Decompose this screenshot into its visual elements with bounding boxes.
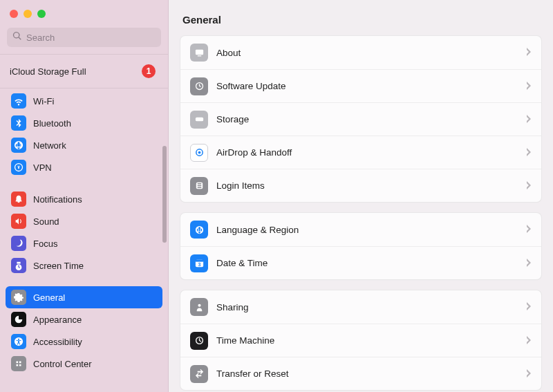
network-icon (11, 138, 26, 153)
row-label: Date & Time (216, 258, 526, 268)
airdrop-icon (190, 144, 208, 162)
sidebar-item-label: Sound (33, 216, 59, 227)
controlcenter-icon (11, 356, 26, 371)
sidebar-item-label: Appearance (33, 315, 82, 325)
settings-group: Sharing Time Machine Transfer or Reset (180, 290, 542, 391)
sidebar-item-label: Control Center (33, 359, 92, 369)
sidebar-item-label: Screen Time (33, 261, 84, 271)
sidebar-item-bluetooth[interactable]: Bluetooth (6, 112, 162, 134)
chevron-right-icon (526, 368, 532, 380)
row-label: Transfer or Reset (216, 368, 526, 379)
vpn-icon (11, 160, 26, 175)
row-time-machine[interactable]: Time Machine (180, 324, 541, 357)
sidebar-item-label: Bluetooth (33, 118, 71, 129)
chevron-right-icon (526, 257, 532, 270)
datetime-icon: 3 (190, 254, 208, 272)
svg-point-9 (198, 304, 200, 306)
sidebar-scrollbar[interactable] (162, 146, 167, 243)
sidebar-item-wifi[interactable]: Wi-Fi (6, 90, 162, 112)
row-airdrop-handoff[interactable]: AirDrop & Handoff (180, 136, 541, 169)
row-label: Language & Region (216, 225, 526, 235)
software-update-icon (190, 77, 208, 95)
svg-rect-2 (195, 118, 203, 122)
sidebar-item-label: Network (33, 140, 66, 151)
row-login-items[interactable]: Login Items (180, 169, 541, 202)
sidebar-item-vpn[interactable]: VPN (6, 156, 162, 178)
chevron-right-icon (526, 223, 532, 236)
sidebar-item-label: VPN (33, 162, 52, 173)
chevron-right-icon (526, 147, 532, 159)
sidebar-item-label: Focus (33, 239, 57, 249)
zoom-window[interactable] (37, 10, 46, 18)
sidebar-item-screentime[interactable]: Screen Time (6, 254, 162, 277)
chevron-right-icon (526, 180, 532, 192)
sidebar-group-alerts: Notifications Sound Focus Screen Time (0, 187, 168, 278)
search-field[interactable] (7, 28, 161, 47)
row-label: AirDrop & Handoff (216, 147, 526, 158)
minimize-window[interactable] (24, 10, 32, 18)
sidebar-item-general[interactable]: General (6, 286, 162, 308)
sidebar-item-label: Wi-Fi (33, 96, 54, 106)
main-content: General About Software Update Storage (169, 0, 553, 392)
sidebar-item-accessibility[interactable]: Accessibility (6, 330, 162, 353)
settings-group: About Software Update Storage AirDrop & … (180, 35, 542, 203)
search-icon (12, 31, 22, 44)
row-storage[interactable]: Storage (180, 102, 541, 136)
sidebar: iCloud Storage Full 1 Wi-Fi Bluetooth (0, 0, 169, 392)
sidebar-item-appearance[interactable]: Appearance (6, 308, 162, 330)
general-icon (11, 290, 26, 305)
row-date-time[interactable]: 3 Date & Time (180, 246, 541, 279)
bluetooth-icon (11, 115, 26, 131)
accessibility-icon (11, 334, 26, 349)
row-label: Login Items (216, 180, 526, 191)
row-label: About (216, 48, 526, 58)
chevron-right-icon (526, 113, 532, 126)
row-label: Storage (216, 114, 526, 124)
sidebar-scroll: iCloud Storage Full 1 Wi-Fi Bluetooth (0, 55, 168, 392)
sidebar-item-label: Notifications (33, 194, 82, 205)
window-controls (0, 0, 168, 25)
sidebar-item-focus[interactable]: Focus (6, 232, 162, 254)
icloud-storage-notice[interactable]: iCloud Storage Full 1 (0, 55, 168, 88)
notice-badge: 1 (142, 64, 156, 78)
about-icon (190, 44, 208, 62)
screentime-icon (11, 258, 26, 273)
sidebar-group-system: General Appearance Accessibility Control… (0, 285, 168, 376)
row-language-region[interactable]: Language & Region (180, 213, 541, 246)
search-input[interactable] (26, 32, 156, 43)
row-software-update[interactable]: Software Update (180, 69, 541, 102)
sidebar-item-controlcenter[interactable]: Control Center (6, 353, 162, 375)
sidebar-item-sound[interactable]: Sound (6, 210, 162, 232)
chevron-right-icon (526, 301, 532, 313)
page-title: General (180, 0, 542, 35)
chevron-right-icon (526, 46, 532, 59)
notice-text: iCloud Storage Full (10, 66, 86, 77)
sidebar-item-notifications[interactable]: Notifications (6, 188, 162, 210)
row-label: Time Machine (216, 335, 526, 346)
appearance-icon (11, 312, 26, 327)
row-sharing[interactable]: Sharing (180, 290, 541, 324)
notifications-icon (11, 192, 26, 207)
transfer-icon (190, 365, 208, 383)
sidebar-item-network[interactable]: Network (6, 134, 162, 156)
login-items-icon (190, 177, 208, 195)
focus-icon (11, 236, 26, 251)
svg-text:3: 3 (198, 262, 200, 267)
svg-rect-1 (197, 55, 201, 56)
sidebar-group-network: Wi-Fi Bluetooth Network VPN (0, 88, 168, 180)
storage-icon (190, 111, 208, 129)
close-window[interactable] (10, 10, 18, 18)
sidebar-item-label: Accessibility (33, 337, 82, 347)
settings-group: Language & Region 3 Date & Time (180, 212, 542, 280)
row-label: Software Update (216, 81, 526, 91)
sidebar-item-label: General (33, 292, 65, 303)
timemachine-icon (190, 332, 208, 350)
chevron-right-icon (526, 335, 532, 347)
sound-icon (11, 214, 26, 229)
wifi-icon (11, 93, 26, 109)
svg-rect-0 (195, 49, 203, 55)
row-transfer-reset[interactable]: Transfer or Reset (180, 357, 541, 390)
row-about[interactable]: About (180, 36, 541, 69)
svg-point-4 (198, 151, 200, 154)
language-icon (190, 221, 208, 239)
